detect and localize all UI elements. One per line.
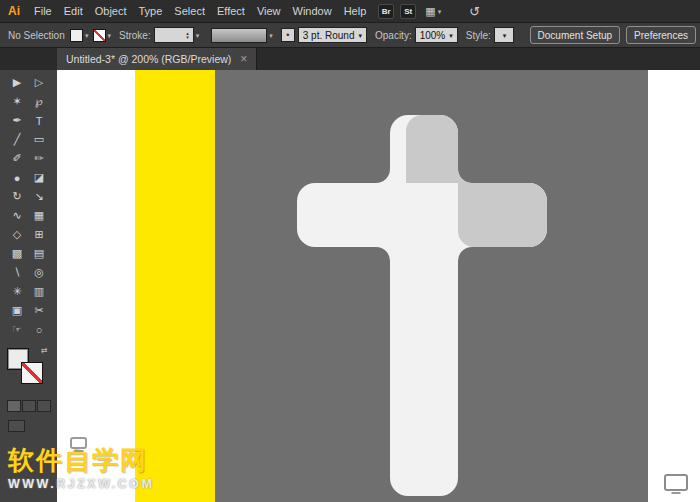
bridge-button[interactable]: Br — [378, 4, 394, 19]
tools-panel: ▶▷✶℘✒T╱▭✐✏●◪↻↘∿▦◇⊞▩▤∖◎✳▥▣✂☞○ ⇄ — [0, 70, 57, 502]
selection-status: No Selection — [8, 30, 66, 41]
stroke-color-control[interactable]: ▾ — [93, 29, 112, 42]
stepper-arrows[interactable]: ▴ ▾ — [186, 31, 189, 39]
zoom-tool[interactable]: ○ — [28, 320, 50, 339]
stroke-none-swatch[interactable] — [93, 29, 106, 42]
workspace-switcher-icon[interactable]: ▦ — [425, 5, 435, 18]
opacity-value: 100% — [420, 30, 446, 41]
style-dropdown[interactable]: ▾ — [494, 27, 514, 43]
monitor-icon-2 — [664, 474, 688, 491]
swap-fill-stroke-icon[interactable]: ⇄ — [41, 346, 48, 355]
chevron-down-icon[interactable]: ▾ — [503, 32, 507, 39]
column-graph-tool[interactable]: ▥ — [28, 282, 50, 301]
scale-tool[interactable]: ↘ — [28, 187, 50, 206]
style-label: Style: — [466, 30, 491, 41]
preferences-button[interactable]: Preferences — [626, 26, 696, 44]
pen-tool[interactable]: ✒ — [6, 111, 28, 130]
stroke-label: Stroke: — [119, 30, 151, 41]
blob-brush-tool[interactable]: ● — [6, 168, 28, 187]
app-logo-icon: Ai — [0, 4, 28, 18]
menu-type[interactable]: Type — [133, 5, 169, 17]
fill-stroke-indicator: ⇄ — [0, 346, 57, 392]
hand-tool[interactable]: ☞ — [6, 320, 28, 339]
opacity-field[interactable]: 100% ▾ — [415, 27, 458, 43]
rectangle-tool[interactable]: ▭ — [28, 130, 50, 149]
draw-normal-button[interactable] — [7, 400, 21, 412]
menu-help[interactable]: Help — [338, 5, 373, 17]
stroke-weight-field[interactable]: ▴ ▾ — [154, 27, 194, 43]
chevron-down-icon[interactable]: ▾ — [358, 32, 362, 39]
brush-definition-dropdown[interactable]: 3 pt. Round ▾ — [298, 27, 367, 43]
tab-title: Untitled-3* @ 200% (RGB/Preview) — [66, 53, 231, 65]
document-tab[interactable]: Untitled-3* @ 200% (RGB/Preview) × — [57, 48, 257, 70]
screen-mode-button[interactable] — [8, 420, 25, 432]
type-tool[interactable]: T — [28, 111, 50, 130]
chevron-down-icon[interactable]: ▾ — [438, 8, 442, 15]
magic-wand-tool[interactable]: ✶ — [6, 92, 28, 111]
menu-window[interactable]: Window — [287, 5, 338, 17]
chevron-down-icon[interactable]: ▾ — [108, 32, 112, 39]
shape-builder-tool[interactable]: ◇ — [6, 225, 28, 244]
brush-definition-value: 3 pt. Round — [303, 30, 355, 41]
chevron-down-icon[interactable]: ▾ — [196, 32, 200, 39]
opacity-label: Opacity: — [375, 30, 412, 41]
artboard-tool[interactable]: ▣ — [6, 301, 28, 320]
rotate-tool[interactable]: ↻ — [6, 187, 28, 206]
lasso-tool[interactable]: ℘ — [28, 92, 50, 111]
control-bar: No Selection ▾ ▾ Stroke: ▴ ▾ ▾ ▾ • 3 pt.… — [0, 22, 700, 48]
menu-object[interactable]: Object — [89, 5, 133, 17]
monitor-stand — [672, 492, 681, 494]
direct-selection-tool[interactable]: ▷ — [28, 73, 50, 92]
draw-inside-button[interactable] — [37, 400, 51, 412]
brush-dot-icon: • — [286, 30, 289, 40]
chevron-down-icon[interactable]: ▾ — [85, 32, 89, 39]
canvas-area[interactable] — [57, 70, 700, 502]
free-transform-tool[interactable]: ▦ — [28, 206, 50, 225]
menu-select[interactable]: Select — [168, 5, 211, 17]
fill-color-control[interactable]: ▾ — [70, 29, 89, 42]
menu-file[interactable]: File — [28, 5, 58, 17]
draw-behind-button[interactable] — [22, 400, 36, 412]
drawing-modes — [7, 400, 51, 412]
document-setup-button[interactable]: Document Setup — [530, 26, 621, 44]
gradient-tool[interactable]: ▤ — [28, 244, 50, 263]
width-profile-dropdown[interactable] — [211, 28, 267, 43]
line-segment-tool[interactable]: ╱ — [6, 130, 28, 149]
mesh-tool[interactable]: ▩ — [6, 244, 28, 263]
pencil-tool[interactable]: ✏ — [28, 149, 50, 168]
toolbar-tools: ▶▷✶℘✒T╱▭✐✏●◪↻↘∿▦◇⊞▩▤∖◎✳▥▣✂☞○ — [0, 70, 57, 339]
eraser-tool[interactable]: ◪ — [28, 168, 50, 187]
tab-bar: Untitled-3* @ 200% (RGB/Preview) × — [0, 48, 700, 70]
perspective-grid-tool[interactable]: ⊞ — [28, 225, 50, 244]
yellow-stripe-shape[interactable] — [135, 70, 215, 502]
close-icon[interactable]: × — [240, 52, 247, 66]
selection-tool[interactable]: ▶ — [6, 73, 28, 92]
paintbrush-tool[interactable]: ✐ — [6, 149, 28, 168]
chevron-down-icon[interactable]: ▾ — [269, 32, 273, 39]
symbol-sprayer-tool[interactable]: ✳ — [6, 282, 28, 301]
artwork-svg — [57, 70, 700, 502]
brush-preview-box[interactable]: • — [281, 28, 295, 42]
menu-edit[interactable]: Edit — [58, 5, 89, 17]
fill-swatch[interactable] — [70, 29, 83, 42]
width-tool[interactable]: ∿ — [6, 206, 28, 225]
eyedropper-tool[interactable]: ∖ — [6, 263, 28, 282]
stroke-indicator[interactable] — [21, 362, 43, 384]
main-area: ▶▷✶℘✒T╱▭✐✏●◪↻↘∿▦◇⊞▩▤∖◎✳▥▣✂☞○ ⇄ — [0, 70, 700, 502]
stock-button[interactable]: St — [400, 4, 416, 19]
monitor-icon — [70, 437, 87, 449]
menu-effect[interactable]: Effect — [211, 5, 251, 17]
blend-tool[interactable]: ◎ — [28, 263, 50, 282]
menu-view[interactable]: View — [251, 5, 287, 17]
stepper-down-icon[interactable]: ▾ — [186, 35, 189, 39]
sync-icon[interactable]: ↺ — [469, 4, 480, 19]
chevron-down-icon[interactable]: ▾ — [449, 32, 453, 39]
monitor-stand — [74, 450, 83, 452]
illustrator-window: Ai File Edit Object Type Select Effect V… — [0, 0, 700, 502]
menu-bar: Ai File Edit Object Type Select Effect V… — [0, 0, 700, 22]
slice-tool[interactable]: ✂ — [28, 301, 50, 320]
